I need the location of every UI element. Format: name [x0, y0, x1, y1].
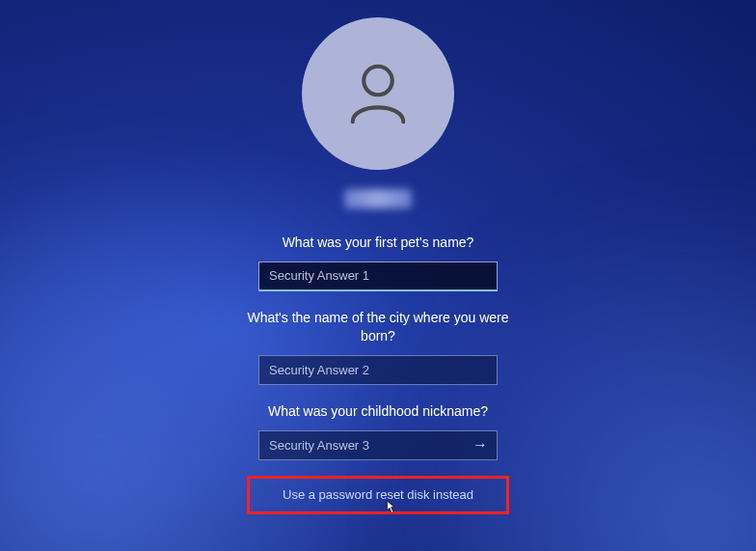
username-label	[344, 189, 412, 208]
security-question-3: What was your childhood nickname?	[268, 402, 488, 421]
security-answer-3-input[interactable]	[258, 430, 498, 460]
alt-link-highlight: Use a password reset disk instead	[247, 476, 509, 514]
security-question-1: What was your first pet's name?	[283, 234, 474, 252]
security-question-2: What's the name of the city where you we…	[243, 309, 513, 345]
svg-point-0	[364, 67, 392, 96]
password-reset-disk-link[interactable]: Use a password reset disk instead	[283, 487, 473, 502]
arrow-right-icon: →	[472, 436, 488, 454]
cursor-icon	[382, 500, 397, 521]
person-icon	[338, 52, 418, 135]
avatar	[302, 17, 454, 170]
submit-button[interactable]: →	[463, 430, 498, 460]
security-answer-2-input[interactable]	[258, 355, 498, 385]
security-answer-1-input[interactable]	[258, 262, 498, 291]
